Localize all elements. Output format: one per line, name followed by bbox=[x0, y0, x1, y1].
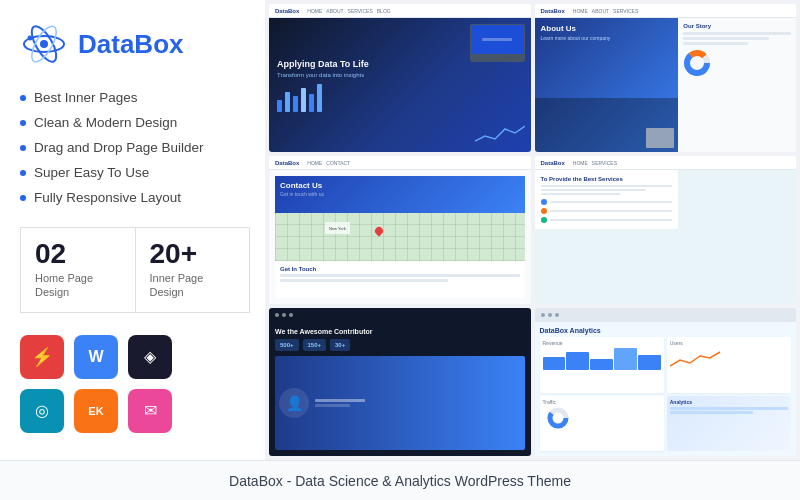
atom-icon bbox=[20, 20, 68, 68]
laptop-decoration bbox=[470, 24, 525, 62]
stat-label: Home PageDesign bbox=[35, 271, 121, 300]
ss1-chart bbox=[277, 84, 523, 112]
stat-number: 20+ bbox=[150, 240, 236, 268]
feature-item: Best Inner Pages bbox=[20, 90, 250, 105]
get-in-touch-label: Get In Touch bbox=[280, 266, 520, 272]
logo-data: Data bbox=[78, 29, 134, 59]
stat-innerpages: 20+ Inner PageDesign bbox=[136, 228, 250, 312]
screenshot-best-services: DataBox HOME SERVICES bbox=[535, 156, 797, 304]
king-composer-icon: EK bbox=[74, 389, 118, 433]
bottom-title: DataBox - Data Science & Analytics WordP… bbox=[229, 473, 571, 489]
contact-us-title: Contact Us bbox=[280, 181, 520, 190]
page-container: DataBox Best Inner Pages Clean & Modern … bbox=[0, 0, 800, 500]
line-chart-decoration bbox=[475, 121, 525, 146]
stat-homepages: 02 Home PageDesign bbox=[21, 228, 136, 312]
donut-chart bbox=[543, 407, 573, 429]
screenshots-panel: DataBox HOME ABOUT SERVICES BLOG Applyin… bbox=[265, 0, 800, 460]
nav-logo: DataBox bbox=[541, 8, 565, 14]
svg-point-4 bbox=[28, 36, 33, 41]
logo-box: Box bbox=[134, 29, 183, 59]
feature-item: Drag and Drop Page Builder bbox=[20, 140, 250, 155]
screenshot-applying-data: DataBox HOME ABOUT SERVICES BLOG Applyin… bbox=[269, 4, 531, 152]
screenshot-about-us: DataBox HOME ABOUT SERVICES About Us Lea… bbox=[535, 4, 797, 152]
wordpress-icon: W bbox=[74, 335, 118, 379]
ss5-title: We the Awesome Contributor bbox=[275, 328, 525, 335]
features-list: Best Inner Pages Clean & Modern Design D… bbox=[20, 90, 250, 205]
stat-label: Inner PageDesign bbox=[150, 271, 236, 300]
pie-chart-decoration bbox=[683, 49, 711, 77]
bottom-bar: DataBox - Data Science & Analytics WordP… bbox=[0, 460, 800, 500]
redux-icon: ◈ bbox=[128, 335, 172, 379]
screenshot-analytics-grid: DataBox Analytics Revenue bbox=[535, 308, 797, 456]
stat-number: 02 bbox=[35, 240, 121, 268]
services-title: To Provide the Best Services bbox=[541, 176, 673, 182]
ss5-stats-row: 500+ 150+ 30+ bbox=[275, 339, 525, 351]
feature-item: Super Easy To Use bbox=[20, 165, 250, 180]
feature-item: Clean & Modern Design bbox=[20, 115, 250, 130]
stats-row: 02 Home PageDesign 20+ Inner PageDesign bbox=[20, 227, 250, 313]
compass-icon: ◎ bbox=[20, 389, 64, 433]
logo-text: DataBox bbox=[78, 29, 183, 60]
svg-point-0 bbox=[40, 40, 48, 48]
line-chart bbox=[670, 348, 788, 370]
logo-area: DataBox bbox=[20, 20, 250, 68]
screenshot-awesome-contributor: We the Awesome Contributor 500+ 150+ 30+… bbox=[269, 308, 531, 456]
nav-logo: DataBox bbox=[541, 160, 565, 166]
feature-item: Fully Responsive Layout bbox=[20, 190, 250, 205]
screenshot-contact-us: DataBox HOME CONTACT Contact Us Get in t… bbox=[269, 156, 531, 304]
analytics-grid: Revenue Users bbox=[540, 337, 792, 451]
nav-logo: DataBox bbox=[275, 8, 299, 14]
ss6-title: DataBox Analytics bbox=[540, 327, 792, 334]
left-panel: DataBox Best Inner Pages Clean & Modern … bbox=[0, 0, 270, 460]
about-us-title: About Us bbox=[541, 24, 673, 33]
elementor-icon: ⚡ bbox=[20, 335, 64, 379]
plugin-icons-grid: ⚡ W ◈ ◎ EK ✉ bbox=[20, 335, 250, 433]
ss1-subtitle: Transform your data into insights bbox=[277, 72, 523, 78]
mailchimp-icon: ✉ bbox=[128, 389, 172, 433]
nav-logo: DataBox bbox=[275, 160, 299, 166]
